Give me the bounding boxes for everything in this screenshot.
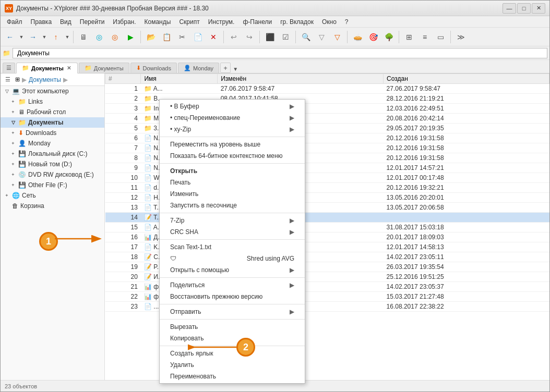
copy-to-button[interactable]: ⬛ (262, 30, 277, 44)
table-row[interactable]: 1 📁 A... 27.06.2017 9:58:47 27.06.2017 9… (105, 84, 549, 94)
context-menu-item[interactable]: Копировать (160, 333, 305, 344)
context-menu-item[interactable]: Переместить на уровень выше (160, 139, 305, 150)
context-menu-item[interactable]: Открыть с помощью▶ (160, 264, 305, 276)
tab-dropdown-button[interactable]: ▼ (231, 65, 240, 73)
context-menu-item[interactable]: Показать 64-битное контекстное меню (160, 150, 305, 162)
breadcrumb-dokumenty[interactable]: Документы (29, 76, 61, 83)
sidebar-item-computer[interactable]: ▽ 💻 Этот компьютер (1, 86, 104, 96)
filter-button[interactable]: ▽ (314, 30, 329, 44)
menu-panels[interactable]: ф-Панели (238, 17, 276, 27)
grid-button[interactable]: ⊞ (402, 30, 416, 44)
tab-downloads[interactable]: ⬇ Downloads (130, 63, 177, 73)
detail-button[interactable]: ≡ (417, 30, 432, 44)
col-header-modified[interactable]: Изменён (218, 74, 384, 84)
menu-help[interactable]: ? (341, 17, 353, 27)
search-button[interactable]: ◎ (107, 30, 122, 44)
menu-commands[interactable]: Команды (140, 17, 175, 27)
sidebar-item-f[interactable]: + 💾 Other File (F:) (1, 180, 104, 190)
folder-new-button[interactable]: 📂 (144, 30, 158, 44)
context-menu-item[interactable]: • спец-Переименование▶ (160, 112, 305, 124)
context-menu-item[interactable]: Поделиться▶ (160, 279, 305, 291)
sidebar-item-monday[interactable]: + 👤 Monday (1, 138, 104, 149)
context-menu-item[interactable]: 🛡Shred using AVG (160, 253, 305, 264)
col-header-created[interactable]: Создан (384, 74, 549, 84)
sidebar-item-links[interactable]: + 📁 Links (1, 96, 104, 107)
context-menu-item[interactable]: Печать (160, 177, 305, 188)
redo-button[interactable]: ↪ (242, 30, 257, 44)
refresh-button[interactable]: ▶ (123, 30, 138, 44)
back-dropdown[interactable]: ▼ (18, 30, 25, 44)
target-button[interactable]: ◎ (92, 30, 106, 44)
sidebar-item-downloads[interactable]: + ⬇ Downloads (1, 128, 104, 138)
row-modified: 27.06.2017 9:58:47 (218, 84, 384, 94)
tab-dokumenty-2[interactable]: 📁 Документы (79, 63, 129, 73)
tree-button[interactable]: 🌳 (381, 30, 396, 44)
context-menu-item[interactable]: Создать ярлык (160, 348, 305, 359)
context-menu-item[interactable]: • В Буфер▶ (160, 101, 305, 112)
menu-window[interactable]: Окно (318, 17, 341, 27)
menu-script[interactable]: Скрипт (175, 17, 204, 27)
preview-button[interactable]: ▭ (433, 30, 448, 44)
context-menu-item[interactable]: • xy-Zip▶ (160, 124, 305, 135)
drive-button[interactable]: 🖥 (76, 30, 91, 44)
back-button[interactable]: ← (3, 30, 17, 44)
forward-button[interactable]: → (26, 30, 40, 44)
context-menu-item[interactable]: Удалить (160, 359, 305, 371)
move-to-button[interactable]: ☑ (278, 30, 293, 44)
maximize-button[interactable]: □ (517, 3, 531, 14)
menu-go[interactable]: Перейти (76, 17, 109, 27)
copy-button[interactable]: 📋 (159, 30, 174, 44)
extra-button[interactable]: ≫ (453, 30, 468, 44)
context-menu-item[interactable]: Восстановить прежнюю версию (160, 291, 305, 302)
tab-hamburger[interactable]: ☰ (3, 63, 15, 73)
target2-button[interactable]: 🎯 (366, 30, 380, 44)
address-text[interactable]: Документы (13, 48, 547, 58)
sidebar-item-desktop[interactable]: + 🖥 Рабочий стол (1, 107, 104, 117)
context-menu-item[interactable]: Изменить (160, 188, 305, 200)
sidebar-item-c[interactable]: + 💾 Локальный диск (C:) (1, 149, 104, 159)
chart-button[interactable]: 🥧 (350, 30, 365, 44)
menu-edit[interactable]: Правка (27, 17, 56, 27)
ctx-item-label: Открыть (170, 167, 197, 175)
context-menu-item[interactable]: 7-Zip▶ (160, 215, 305, 226)
ctx-item-label: Переместить на уровень выше (170, 141, 260, 148)
sidebar-item-d[interactable]: + 💾 Новый том (D:) (1, 159, 104, 169)
tab-dokumenty-1[interactable]: 📁 Документы ✕ (16, 63, 78, 74)
context-menu-item[interactable]: CRC SHA▶ (160, 226, 305, 238)
sidebar-item-e[interactable]: + 💿 DVD RW дисковод (E:) (1, 169, 104, 180)
up-button[interactable]: ↑ (49, 30, 63, 44)
sidebar-item-network[interactable]: + 🌐 Сеть (1, 190, 104, 201)
menu-view[interactable]: Вид (56, 17, 76, 27)
cut-button[interactable]: ✂ (175, 30, 189, 44)
close-button[interactable]: ✕ (532, 3, 545, 14)
menu-file[interactable]: Файл (3, 17, 27, 27)
filter2-button[interactable]: ▽ (330, 30, 344, 44)
menu-favorites[interactable]: Избран. (109, 17, 140, 27)
menu-tab-groups[interactable]: гр. Вкладок (276, 17, 318, 27)
context-menu-item[interactable]: Отправить▶ (160, 306, 305, 317)
tab-monday[interactable]: 👤 Monday (178, 63, 219, 73)
forward-dropdown[interactable]: ▼ (41, 30, 47, 44)
undo-button[interactable]: ↩ (226, 30, 241, 44)
delete-button[interactable]: ✕ (206, 30, 221, 44)
new-tab-button[interactable]: + (220, 63, 231, 73)
expand-icon-f: + (10, 182, 16, 188)
submenu-arrow-icon: ▶ (290, 217, 294, 224)
context-menu-item[interactable]: Открыть (160, 165, 305, 177)
menu-tools[interactable]: Инструм. (204, 17, 239, 27)
tab-close-button[interactable]: ✕ (66, 65, 72, 71)
context-menu-item[interactable]: Запустить в песочнице (160, 200, 305, 211)
context-menu-item[interactable]: Вырезать (160, 321, 305, 333)
col-header-name[interactable]: Имя (141, 74, 218, 84)
col-header-num[interactable]: # (105, 74, 141, 84)
copy2-button[interactable]: 📄 (190, 30, 205, 44)
find-button[interactable]: 🔍 (298, 30, 313, 44)
context-menu-item[interactable]: Переименовать (160, 371, 305, 382)
context-menu-item[interactable]: Scan Text-1.txt (160, 241, 305, 253)
up-dropdown[interactable]: ▼ (64, 30, 70, 44)
sidebar-item-trash[interactable]: 🗑 Корзина (1, 201, 104, 211)
sidebar-item-dokumenty[interactable]: ▽ 📁 Документы (1, 117, 104, 128)
minimize-button[interactable]: — (503, 3, 516, 14)
grid-view-icon[interactable]: ⊞ (15, 76, 20, 83)
breadcrumb-menu-button[interactable]: ☰ (3, 75, 13, 85)
